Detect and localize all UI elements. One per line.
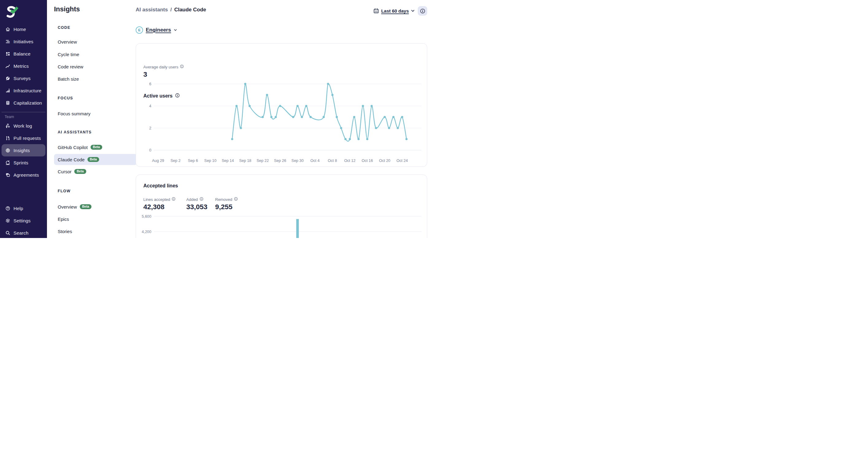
sidebar-item-work-log[interactable]: Work log	[2, 120, 45, 132]
metrics-icon	[5, 64, 10, 69]
sidebar-item-initiatives[interactable]: Initiatives	[2, 35, 45, 47]
sidebar-item-pull-requests[interactable]: Pull requests	[2, 132, 45, 144]
home-icon	[5, 27, 10, 32]
svg-text:Oct 24: Oct 24	[397, 159, 408, 163]
date-range-label: Last 60 days	[381, 8, 409, 13]
stat-value: 42,308	[143, 203, 164, 211]
accepted-lines-card: 5,6004,200 Accepted lines Lines accepted…	[136, 174, 427, 238]
info-icon[interactable]	[175, 93, 180, 99]
stat-value: 33,053	[186, 203, 208, 211]
sidebar-item-label: Infrastructure	[13, 88, 41, 93]
active-users-chart[interactable]: 0246Aug 29Sep 2Sep 6Sep 10Sep 14Sep 18Se…	[136, 43, 427, 167]
sidebar-item-label: Agreements	[13, 172, 39, 178]
sidebar-item-capitalization[interactable]: Capitalization	[2, 97, 45, 109]
beta-badge: Beta	[74, 169, 86, 174]
sidebar-item-sprints[interactable]: Sprints	[2, 157, 45, 169]
breadcrumb-separator: /	[170, 7, 172, 13]
info-icon[interactable]	[172, 197, 176, 202]
svg-text:Oct 16: Oct 16	[362, 159, 373, 163]
insights-icon	[5, 148, 10, 153]
panel-item-cycle-time[interactable]: Cycle time	[54, 49, 137, 60]
sidebar-item-help[interactable]: Help	[2, 202, 45, 214]
page-info-button[interactable]	[418, 6, 427, 15]
panel-item-label: Batch size	[58, 76, 79, 81]
panel-item-claude-code[interactable]: Claude Code Beta	[54, 154, 137, 165]
sidebar-item-balance[interactable]: Balance	[2, 47, 45, 60]
sidebar-item-settings[interactable]: Settings	[2, 214, 45, 227]
info-icon[interactable]	[234, 197, 238, 202]
sidebar-item-agreements[interactable]: Agreements	[2, 169, 45, 181]
panel-item-label: Focus summary	[58, 111, 91, 116]
panel-item-batch-size[interactable]: Batch size	[54, 73, 137, 84]
breadcrumb-section-link[interactable]: AI assistants	[136, 7, 168, 13]
svg-text:Sep 2: Sep 2	[170, 159, 181, 163]
sidebar-item-label: Home	[13, 27, 26, 32]
panel-item-stories[interactable]: Stories	[54, 226, 137, 237]
sidebar-item-label: Help	[13, 206, 23, 211]
panel-item-cursor[interactable]: Cursor Beta	[54, 166, 137, 177]
sidebar-team-nav: Work log Pull requests Insights Sprints …	[0, 120, 47, 181]
infrastructure-icon	[5, 88, 10, 93]
team-filter-dropdown[interactable]: E Engineers	[136, 26, 177, 34]
panel-item-focus-summary[interactable]: Focus summary	[54, 108, 137, 119]
breadcrumb-current-page: Claude Code	[174, 7, 206, 13]
sidebar-item-label: Pull requests	[13, 136, 41, 141]
panel-item-label: Claude Code	[58, 157, 85, 162]
pull-requests-icon	[5, 136, 10, 141]
sprints-icon	[5, 160, 10, 165]
info-icon[interactable]	[199, 197, 204, 202]
panel-item-label: Code review	[58, 64, 83, 69]
sidebar-item-infrastructure[interactable]: Infrastructure	[2, 84, 45, 97]
chevron-down-icon	[174, 29, 177, 31]
metric-label: Average daily users	[143, 64, 184, 69]
sidebar-item-search[interactable]: Search	[2, 227, 45, 238]
svg-text:Aug 29: Aug 29	[152, 159, 164, 163]
sidebar-item-home[interactable]: Home	[2, 23, 45, 35]
panel-item-github-copilot[interactable]: GitHub Copilot Beta	[54, 142, 137, 153]
sidebar-item-surveys[interactable]: Surveys	[2, 72, 45, 84]
panel-title: Insights	[54, 5, 80, 13]
team-section-label: Team	[5, 115, 47, 119]
panel-item-code-review[interactable]: Code review	[54, 61, 137, 72]
team-filter-label: Engineers	[146, 27, 171, 33]
panel-section-flow: FLOW	[58, 186, 71, 196]
accepted-lines-chart[interactable]: 5,6004,200	[136, 175, 427, 238]
initiatives-icon	[5, 39, 10, 44]
sidebar-item-label: Surveys	[13, 76, 31, 81]
info-icon[interactable]	[180, 64, 184, 69]
sidebar-nav: Home Initiatives Balance Metrics Surveys…	[0, 23, 47, 109]
panel-item-label: Cycle time	[58, 52, 79, 57]
panel-item-flow-overview[interactable]: Overview Beta	[54, 201, 137, 212]
svg-text:Oct 12: Oct 12	[344, 159, 355, 163]
beta-badge: Beta	[88, 157, 99, 162]
swarmia-logo[interactable]	[5, 5, 19, 20]
sidebar-item-insights[interactable]: Insights	[2, 144, 45, 157]
breadcrumb: AI assistants / Claude Code	[136, 7, 206, 13]
panel-section-code: CODE	[58, 23, 70, 33]
svg-text:Sep 30: Sep 30	[291, 159, 304, 163]
primary-sidebar: Home Initiatives Balance Metrics Surveys…	[0, 0, 47, 238]
sidebar-footer: Help Settings Search	[0, 202, 47, 238]
panel-item-label: Overview	[58, 204, 77, 209]
stat-label-text: Removed	[215, 197, 232, 202]
metric-label-text: Average daily users	[143, 65, 178, 69]
help-icon	[5, 206, 10, 211]
stat-label-text: Lines accepted	[143, 197, 170, 202]
balance-icon	[5, 51, 10, 57]
stat-label-text: Added	[186, 197, 198, 202]
sidebar-item-metrics[interactable]: Metrics	[2, 60, 45, 72]
sidebar-item-label: Metrics	[13, 64, 29, 69]
sidebar-item-label: Insights	[13, 148, 30, 153]
active-users-card: 0246Aug 29Sep 2Sep 6Sep 10Sep 14Sep 18Se…	[136, 43, 427, 167]
panel-item-label: Epics	[58, 216, 69, 222]
panel-item-overview[interactable]: Overview	[54, 36, 137, 47]
svg-text:5,600: 5,600	[142, 214, 151, 219]
sidebar-item-label: Work log	[13, 123, 32, 129]
date-range-selector[interactable]: Last 60 days	[374, 8, 414, 13]
app-window: Home Initiatives Balance Metrics Surveys…	[0, 0, 434, 238]
panel-item-label: Overview	[58, 39, 77, 44]
panel-item-epics[interactable]: Epics	[54, 213, 137, 225]
beta-badge: Beta	[91, 145, 102, 150]
agreements-icon	[5, 172, 10, 178]
work-log-icon	[5, 123, 10, 129]
